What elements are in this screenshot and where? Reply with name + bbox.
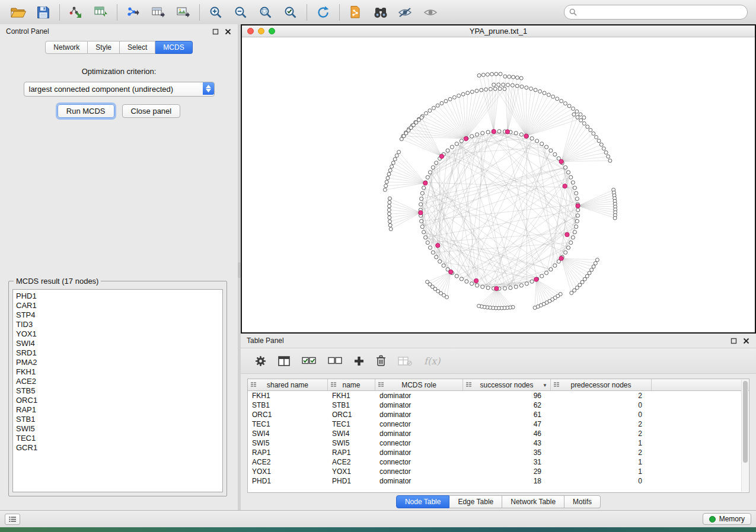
delete-column-button[interactable] xyxy=(376,355,386,367)
mcds-result-item[interactable]: ACE2 xyxy=(13,377,222,386)
close-panel-action-button[interactable]: Close panel xyxy=(122,104,181,118)
toolbar-search[interactable] xyxy=(564,5,748,20)
select-all-columns-button[interactable] xyxy=(302,357,316,365)
mcds-result-item[interactable]: STB1 xyxy=(13,415,222,424)
show-hide-panel-button[interactable] xyxy=(418,2,443,23)
table-row[interactable]: YOX1YOX1connector291 xyxy=(248,467,749,476)
memory-button[interactable]: Memory xyxy=(703,513,751,525)
network-window-titlebar[interactable]: YPA_prune.txt_1 xyxy=(242,25,755,37)
table-row[interactable]: ORC1ORC1dominator610 xyxy=(248,410,749,419)
column-header-name[interactable]: name xyxy=(328,379,375,390)
toggle-graphics-details-button[interactable] xyxy=(393,2,418,23)
mcds-result-item[interactable]: SWI5 xyxy=(13,424,222,434)
table-scrollbar-thumb[interactable] xyxy=(743,381,748,463)
mcds-result-item[interactable]: YOX1 xyxy=(13,329,222,339)
mcds-result-item[interactable]: FKH1 xyxy=(13,367,222,377)
mcds-result-item[interactable]: RAP1 xyxy=(13,405,222,415)
table-cell: SWI4 xyxy=(248,430,328,438)
mcds-result-item[interactable]: SWI4 xyxy=(13,339,222,348)
table-settings-button[interactable] xyxy=(255,355,266,367)
float-window-icon xyxy=(212,28,219,35)
close-table-panel-button[interactable] xyxy=(742,337,750,345)
column-header-predecessor-nodes[interactable]: predecessor nodes xyxy=(551,379,652,390)
export-table-icon xyxy=(151,5,165,20)
toolbar-separator xyxy=(59,4,60,21)
share-document-button[interactable] xyxy=(343,2,368,23)
tab-select[interactable]: Select xyxy=(120,41,155,54)
table-row[interactable]: SWI5SWI5connector431 xyxy=(248,438,749,448)
network-canvas[interactable] xyxy=(242,37,755,332)
save-session-button[interactable] xyxy=(31,2,56,23)
mcds-result-item[interactable]: STP4 xyxy=(13,310,222,320)
table-cell: 2 xyxy=(551,420,652,428)
column-header-successor-nodes[interactable]: successor nodes ▼ xyxy=(463,379,551,390)
table-cell: ACE2 xyxy=(248,458,328,466)
toolbar-separator xyxy=(117,4,117,21)
table-row[interactable]: ACE2ACE2connector311 xyxy=(248,457,749,467)
export-network-button[interactable] xyxy=(121,2,146,23)
table-row[interactable]: SWI4SWI4dominator462 xyxy=(248,429,749,438)
deselect-all-columns-button[interactable] xyxy=(328,357,342,365)
task-history-button[interactable] xyxy=(5,514,20,525)
mcds-result-item[interactable]: PHD1 xyxy=(13,291,222,301)
tab-node-table[interactable]: Node Table xyxy=(396,495,450,508)
mcds-result-item[interactable]: STB5 xyxy=(13,386,222,396)
mcds-tab-content: Optimization criterion: largest connecte… xyxy=(5,59,233,118)
column-header-mcds-role[interactable]: MCDS role xyxy=(375,379,463,390)
import-network-button[interactable] xyxy=(63,2,88,23)
mcds-result-list[interactable]: PHD1CAR1STP4TID3YOX1SWI4SRD1PMA2FKH1ACE2… xyxy=(12,289,223,492)
tab-style[interactable]: Style xyxy=(88,41,120,54)
toolbar-separator xyxy=(307,4,307,21)
mcds-result-item[interactable]: PMA2 xyxy=(13,358,222,367)
eye-icon xyxy=(423,7,438,18)
sort-descending-icon[interactable]: ▼ xyxy=(543,383,547,388)
table-cell: dominator xyxy=(375,411,463,419)
zoom-in-button[interactable] xyxy=(203,2,228,23)
criterion-select[interactable]: largest connected component (undirected) xyxy=(24,82,215,97)
select-stepper-icon xyxy=(203,82,214,95)
tab-edge-table[interactable]: Edge Table xyxy=(449,495,502,508)
tab-motifs[interactable]: Motifs xyxy=(564,495,601,508)
table-row[interactable]: PHD1PHD1dominator180 xyxy=(248,476,749,486)
table-cell: 35 xyxy=(463,448,551,457)
create-column-button[interactable] xyxy=(354,356,364,366)
memory-label: Memory xyxy=(719,515,745,523)
table-row[interactable]: RAP1RAP1dominator352 xyxy=(248,448,749,457)
export-image-button[interactable] xyxy=(171,2,196,23)
import-table-button[interactable] xyxy=(88,2,113,23)
table-row[interactable]: TEC1TEC1connector472 xyxy=(248,419,749,429)
table-row[interactable]: STB1STB1dominator620 xyxy=(248,400,749,410)
run-mcds-button[interactable]: Run MCDS xyxy=(58,104,114,118)
table-cell: ORC1 xyxy=(248,411,328,419)
mcds-result-item[interactable]: ORC1 xyxy=(13,396,222,405)
network-window[interactable]: YPA_prune.txt_1 xyxy=(242,25,755,332)
apply-layout-button[interactable] xyxy=(311,2,336,23)
table-scrollbar[interactable] xyxy=(741,380,748,492)
mcds-result-item[interactable]: SRD1 xyxy=(13,348,222,358)
column-header-shared-name[interactable]: shared name xyxy=(248,379,328,390)
float-table-panel-button[interactable] xyxy=(730,337,738,345)
tab-network[interactable]: Network xyxy=(45,41,88,54)
show-column-panel-button[interactable] xyxy=(278,356,290,366)
close-panel-button[interactable] xyxy=(224,28,232,36)
table-row[interactable]: FKH1FKH1dominator962 xyxy=(248,391,749,400)
tab-network-table[interactable]: Network Table xyxy=(502,495,564,508)
refresh-icon xyxy=(316,5,330,20)
mcds-result-item[interactable]: TEC1 xyxy=(13,434,222,443)
zoom-selected-button[interactable] xyxy=(278,2,303,23)
table-cell: connector xyxy=(375,439,463,447)
mcds-result-item[interactable]: GCR1 xyxy=(13,443,222,453)
mcds-result-item[interactable]: CAR1 xyxy=(13,301,222,310)
close-icon xyxy=(225,28,231,35)
search-network-button[interactable] xyxy=(368,2,393,23)
zoom-selected-icon xyxy=(283,5,298,20)
zoom-fit-button[interactable] xyxy=(253,2,278,23)
export-table-button[interactable] xyxy=(146,2,171,23)
tab-mcds[interactable]: MCDS xyxy=(155,41,192,54)
zoom-out-button[interactable] xyxy=(228,2,253,23)
mcds-result-item[interactable]: TID3 xyxy=(13,320,222,329)
open-session-button[interactable] xyxy=(6,2,31,23)
search-input[interactable] xyxy=(580,8,742,17)
float-panel-button[interactable] xyxy=(212,28,219,36)
cytoscape-app-window: Control Panel Network Style Select xyxy=(0,0,756,527)
